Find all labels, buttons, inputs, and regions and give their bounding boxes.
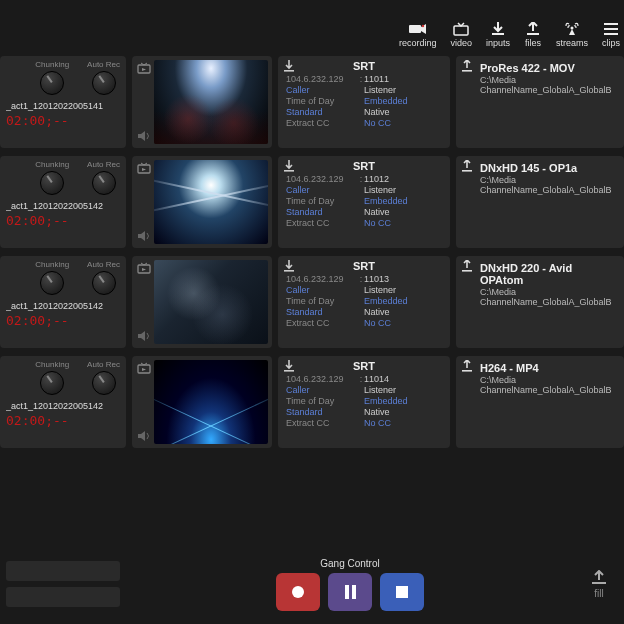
input-settings-panel[interactable]: SRT104.6.232.129:11013CallerListenerTime… <box>278 256 450 348</box>
preview-panel <box>132 156 272 248</box>
speaker-icon[interactable] <box>137 430 151 442</box>
tod-value: Embedded <box>364 196 442 206</box>
chunking-knob[interactable]: Chunking <box>35 160 69 195</box>
gang-control: Gang Control <box>126 558 574 611</box>
tab-clips[interactable]: clips <box>602 22 620 48</box>
tod-value: Embedded <box>364 96 442 106</box>
video-thumbnail[interactable] <box>154 60 268 144</box>
autorec-knob[interactable]: Auto Rec <box>87 360 120 395</box>
output-filename: ChannelName_GlobalA_GlobalB <box>480 297 616 307</box>
antenna-icon <box>563 22 581 36</box>
tod-value: Embedded <box>364 396 442 406</box>
input-settings-panel[interactable]: SRT104.6.232.129:11014CallerListenerTime… <box>278 356 450 448</box>
speaker-icon[interactable] <box>137 330 151 342</box>
timecode: 02:00;-- <box>6 213 120 228</box>
output-filename: ChannelName_GlobalA_GlobalB <box>480 185 616 195</box>
footer-slot[interactable] <box>6 587 120 607</box>
input-settings-panel[interactable]: SRT104.6.232.129:11011CallerListenerTime… <box>278 56 450 148</box>
top-toolbar: recording video inputs files streams cli… <box>0 0 624 50</box>
cc-key: Extract CC <box>286 318 358 328</box>
tab-streams[interactable]: streams <box>556 22 588 48</box>
svg-rect-20 <box>462 370 472 372</box>
upload-icon <box>462 160 472 172</box>
cc-key: Extract CC <box>286 118 358 128</box>
pause-icon <box>345 585 356 599</box>
cc-value: No CC <box>364 218 442 228</box>
video-thumbnail[interactable] <box>154 260 268 344</box>
monitor-icon[interactable] <box>137 162 151 174</box>
download-icon <box>284 360 294 372</box>
res-key: Standard <box>286 207 358 217</box>
cc-key: Extract CC <box>286 218 358 228</box>
knob-label: Chunking <box>35 160 69 169</box>
tab-label: recording <box>399 38 437 48</box>
monitor-icon[interactable] <box>137 362 151 374</box>
speaker-icon[interactable] <box>137 130 151 142</box>
download-icon <box>489 22 507 36</box>
output-settings-panel[interactable]: DNxHD 220 - Avid OPAtomC:\MediaChannelNa… <box>456 256 624 348</box>
gang-stop-button[interactable] <box>380 573 424 611</box>
dial-icon <box>92 271 116 295</box>
tod-key: Time of Day <box>286 296 358 306</box>
record-settings-panel: ChunkingAuto Rec_act1_1201202200514202:0… <box>0 356 126 448</box>
download-icon <box>284 160 294 172</box>
speaker-icon[interactable] <box>137 230 151 242</box>
gang-pause-button[interactable] <box>328 573 372 611</box>
res-value: Native <box>364 307 442 317</box>
ip-address: 104.6.232.129 <box>286 174 358 184</box>
clip-name: _act1_12012022005141 <box>6 101 120 111</box>
res-value: Native <box>364 407 442 417</box>
input-settings-panel[interactable]: SRT104.6.232.129:11012CallerListenerTime… <box>278 156 450 248</box>
dial-icon <box>40 271 64 295</box>
output-settings-panel[interactable]: H264 - MP4C:\MediaChannelName_GlobalA_Gl… <box>456 356 624 448</box>
autorec-knob[interactable]: Auto Rec <box>87 260 120 295</box>
protocol-title: SRT <box>286 360 442 372</box>
footer-fill[interactable]: fill <box>574 570 624 599</box>
timecode: 02:00;-- <box>6 313 120 328</box>
svg-rect-8 <box>604 33 618 35</box>
mode-key: Caller <box>286 285 358 295</box>
tab-label: inputs <box>486 38 510 48</box>
tab-recording[interactable]: recording <box>399 22 437 48</box>
svg-rect-10 <box>284 70 294 72</box>
preview-panel <box>132 356 272 448</box>
svg-rect-0 <box>409 25 421 33</box>
tab-inputs[interactable]: inputs <box>486 22 510 48</box>
channel-row: ChunkingAuto Rec_act1_1201202200514202:0… <box>0 256 624 348</box>
dial-icon <box>92 171 116 195</box>
port: 11013 <box>364 274 442 284</box>
svg-rect-17 <box>462 270 472 272</box>
video-thumbnail[interactable] <box>154 160 268 244</box>
footer-slot[interactable] <box>6 561 120 581</box>
output-settings-panel[interactable]: ProRes 422 - MOVC:\MediaChannelName_Glob… <box>456 56 624 148</box>
autorec-knob[interactable]: Auto Rec <box>87 60 120 95</box>
footer: Gang Control fill <box>0 544 624 624</box>
output-settings-panel[interactable]: DNxHD 145 - OP1aC:\MediaChannelName_Glob… <box>456 156 624 248</box>
protocol-title: SRT <box>286 160 442 172</box>
tab-files[interactable]: files <box>524 22 542 48</box>
mode-key: Caller <box>286 185 358 195</box>
svg-rect-3 <box>492 33 504 35</box>
chunking-knob[interactable]: Chunking <box>35 360 69 395</box>
autorec-knob[interactable]: Auto Rec <box>87 160 120 195</box>
chunking-knob[interactable]: Chunking <box>35 260 69 295</box>
monitor-icon[interactable] <box>137 262 151 274</box>
tab-video[interactable]: video <box>450 22 472 48</box>
channel-rows: ChunkingAuto Rec_act1_1201202200514102:0… <box>0 50 624 448</box>
clip-name: _act1_12012022005142 <box>6 301 120 311</box>
clip-name: _act1_12012022005142 <box>6 201 120 211</box>
gang-record-button[interactable] <box>276 573 320 611</box>
dial-icon <box>40 71 64 95</box>
chunking-knob[interactable]: Chunking <box>35 60 69 95</box>
mode-value: Listener <box>364 85 442 95</box>
output-path: C:\Media <box>480 287 616 297</box>
dial-icon <box>40 171 64 195</box>
svg-rect-11 <box>462 70 472 72</box>
dial-icon <box>40 371 64 395</box>
output-path: C:\Media <box>480 375 616 385</box>
stop-icon <box>396 586 408 598</box>
knob-label: Auto Rec <box>87 360 120 369</box>
monitor-icon[interactable] <box>137 62 151 74</box>
ip-address: 104.6.232.129 <box>286 274 358 284</box>
video-thumbnail[interactable] <box>154 360 268 444</box>
